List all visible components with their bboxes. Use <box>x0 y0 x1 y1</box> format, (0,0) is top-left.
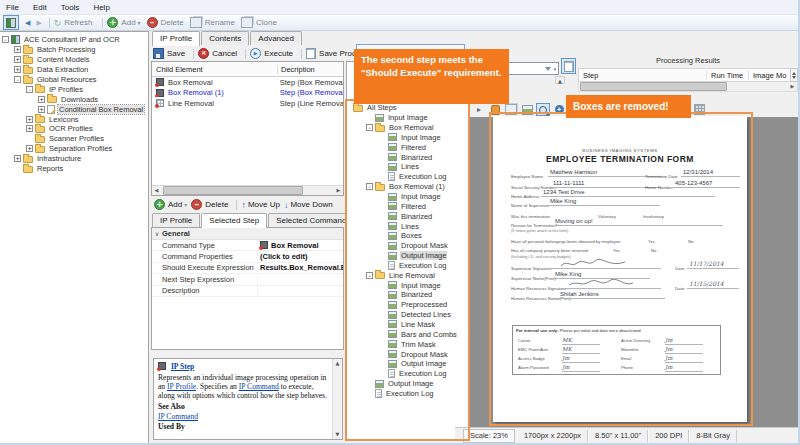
step-node-output-image[interactable]: Output Image <box>347 379 468 389</box>
tab-selected-command[interactable]: Selected Command <box>268 213 354 227</box>
nav-item-batch-processing[interactable]: +Batch Processing <box>0 45 148 55</box>
cancel-button[interactable]: ✕Cancel <box>198 48 237 59</box>
step-node-bars-and-combs[interactable]: Bars and Combs <box>347 329 468 339</box>
tree-expander-icon[interactable]: + <box>26 125 33 132</box>
step-node-boxes[interactable]: Boxes <box>347 231 468 241</box>
fit-image-button[interactable] <box>520 103 534 116</box>
column-image-mode[interactable]: Image Mo <box>749 71 790 80</box>
nav-item-data-extraction[interactable]: +Data Extraction <box>0 65 148 75</box>
step-node-line-mask[interactable]: Line Mask <box>347 320 468 330</box>
pointer-tool-button[interactable]: ▸ <box>472 103 486 116</box>
tree-expander-icon[interactable]: - <box>366 183 373 190</box>
step-node-box-removal[interactable]: -Box Removal <box>347 123 468 133</box>
column-description[interactable]: Decription <box>278 65 315 74</box>
execute-button[interactable]: ▶Execute <box>250 48 293 59</box>
tree-expander-icon[interactable]: + <box>26 116 33 123</box>
nav-item-separation-profiles[interactable]: +Separation Profiles <box>0 144 148 154</box>
step-node-input-image[interactable]: Input Image <box>347 192 468 202</box>
collapse-panel-button[interactable]: ▲ <box>555 76 565 84</box>
nav-item-ace-consultant-ip-and-ocr[interactable]: -ACE Consultant IP and OCR <box>0 35 148 45</box>
nav-item-downloads[interactable]: +Downloads <box>0 94 148 104</box>
step-node-input-image[interactable]: Input Image <box>347 280 468 290</box>
ip-command-link[interactable]: IP Command <box>239 382 279 391</box>
step-node-detected-lines[interactable]: Detected Lines <box>347 310 468 320</box>
tab-advanced[interactable]: Advanced <box>250 31 302 45</box>
save-button[interactable]: Save <box>153 48 185 59</box>
nav-item-reports[interactable]: +Reports <box>0 164 148 174</box>
nav-item-infrastructure[interactable]: +Infrastructure <box>0 154 148 164</box>
horizontal-scrollbar[interactable]: ◀ ▶ <box>152 185 343 195</box>
forward-icon[interactable]: ▶ <box>36 19 41 27</box>
ip-profile-link[interactable]: IP Profile <box>167 382 196 391</box>
menu-file[interactable]: File <box>6 3 19 12</box>
tree-expander-icon[interactable]: - <box>366 272 373 279</box>
nav-item-global-resources[interactable]: -Global Resources <box>0 75 148 85</box>
scroll-down-icon[interactable]: ▼ <box>333 430 342 439</box>
tree-expander-icon[interactable]: - <box>26 86 33 93</box>
property-row-description[interactable]: Description <box>152 286 343 297</box>
vertical-scrollbar[interactable]: ▲ ▼ <box>332 359 342 439</box>
rename-button[interactable]: Rename <box>190 16 235 29</box>
delete-button[interactable]: –Delete <box>147 16 184 29</box>
property-row-command-type[interactable]: Command TypeBox Removal <box>152 240 343 251</box>
menu-edit[interactable]: Edit <box>33 3 47 12</box>
step-node-preprocessed[interactable]: Preprocessed <box>347 300 468 310</box>
step-node-binarized[interactable]: Binarized <box>347 290 468 300</box>
pan-tool-button[interactable] <box>488 103 502 116</box>
tree-expander-icon[interactable]: - <box>366 124 373 131</box>
tree-expander-icon[interactable]: + <box>26 145 33 152</box>
page-view-button[interactable] <box>561 58 576 74</box>
tree-expander-icon[interactable]: - <box>14 76 21 83</box>
tree-expander-icon[interactable]: + <box>38 96 45 103</box>
table-row-line-removal[interactable]: Line RemovalStep (Line Removal) <box>152 98 343 109</box>
step-node-execution-log[interactable]: Execution Log <box>347 172 468 182</box>
step-node-box-removal-1[interactable]: -Box Removal (1) <box>347 182 468 192</box>
step-node-execution-log[interactable]: Execution Log <box>347 369 468 379</box>
nav-item-ip-profiles[interactable]: -IP Profiles <box>0 84 148 94</box>
home-button[interactable] <box>3 15 19 30</box>
nav-item-lexicons[interactable]: +Lexicons <box>0 114 148 124</box>
tree-expander-icon[interactable]: + <box>14 56 21 63</box>
add-step-button[interactable]: +Add▾ <box>154 199 187 210</box>
refresh-button[interactable]: ↻Refresh <box>54 16 93 29</box>
results-filter-box[interactable]: ▾ <box>503 62 559 75</box>
tab-selected-step[interactable]: Selected Step <box>201 213 267 228</box>
delete-step-button[interactable]: –Delete <box>191 199 228 210</box>
step-node-input-image[interactable]: Input Image <box>347 113 468 123</box>
step-node-line-removal[interactable]: -Line Removal <box>347 270 468 280</box>
column-run-time[interactable]: Run Time <box>707 71 749 80</box>
step-node-execution-log[interactable]: Execution Log <box>347 261 468 271</box>
step-node-binarized[interactable]: Binarized <box>347 152 468 162</box>
step-node-input-image[interactable]: Input Image <box>347 133 468 143</box>
move-up-button[interactable]: ↑Move Up <box>241 200 280 210</box>
tab-contents[interactable]: Contents <box>201 31 249 45</box>
step-node-all-steps[interactable]: All Steps <box>347 103 468 113</box>
tab-ip-profile[interactable]: IP Profile <box>152 31 200 46</box>
step-node-dropout-mask[interactable]: Dropout Mask <box>347 349 468 359</box>
property-row-command-properties[interactable]: Command Properties(Click to edit) <box>152 251 343 262</box>
step-node-trim-mask[interactable]: Trim Mask <box>347 339 468 349</box>
table-row-box-removal-1[interactable]: Box Removal (1)Step (Box Removal) <box>152 88 343 99</box>
scroll-right-icon[interactable]: ▶ <box>788 82 797 91</box>
column-step[interactable]: Step <box>579 71 707 80</box>
step-node-binarized[interactable]: Binarized <box>347 211 468 221</box>
nav-item-content-models[interactable]: +Content Models <box>0 55 148 65</box>
see-also-ip-command-link[interactable]: IP Command <box>158 412 198 421</box>
step-node-output-image[interactable]: Output Image <box>347 251 468 261</box>
nav-item-conditional-box-removal[interactable]: +Conditional Box Removal <box>0 104 148 114</box>
add-button[interactable]: +Add▾ <box>107 16 140 29</box>
scrollbar-thumb[interactable] <box>580 82 727 91</box>
scrollbar-thumb[interactable] <box>163 186 303 195</box>
tree-expander-icon[interactable]: - <box>2 36 9 43</box>
step-node-execution-log[interactable]: Execution Log <box>347 388 468 398</box>
viewer-options-button[interactable] <box>692 103 706 116</box>
back-icon[interactable]: ◀ <box>25 19 30 27</box>
tab-ip-profile-detail[interactable]: IP Profile <box>152 213 200 227</box>
step-node-lines[interactable]: Lines <box>347 162 468 172</box>
nav-item-ocr-profiles[interactable]: +OCR Profiles <box>0 124 148 134</box>
property-row-should-execute-expression[interactable]: Should Execute ExpressionResults.Box_Rem… <box>152 263 343 274</box>
step-node-filtered[interactable]: Filtered <box>347 142 468 152</box>
menu-tools[interactable]: Tools <box>61 3 80 12</box>
step-node-filtered[interactable]: Filtered <box>347 201 468 211</box>
column-child-element[interactable]: Child Element <box>152 65 278 74</box>
